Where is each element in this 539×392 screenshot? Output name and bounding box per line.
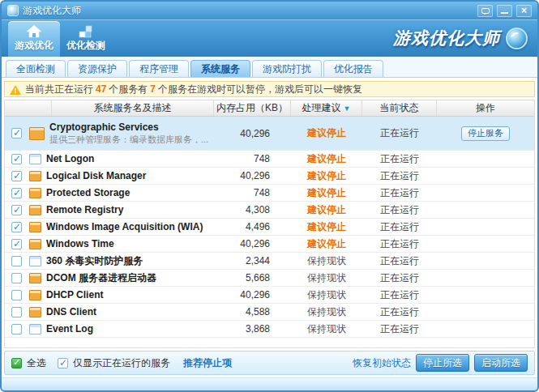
title-bar: 游戏优化大师 × (2, 2, 537, 19)
service-name: Event Log (46, 323, 214, 334)
row-checkbox[interactable] (11, 256, 22, 266)
nav-tab-optimize-detect[interactable]: 优化检测 (60, 21, 112, 57)
service-row[interactable]: Logical Disk Manager40,296建议停止正在运行 (5, 168, 534, 185)
only-running-label: 仅显示正在运行的服务 (73, 356, 170, 370)
service-name: Windows Image Acquisition (WIA) (46, 221, 214, 232)
header-status[interactable]: 当前状态 (362, 100, 437, 116)
service-list: Cryptographic Services提供三种管理服务：编录数据库服务，.… (5, 117, 534, 347)
service-status: 正在运行 (362, 220, 437, 234)
service-status: 正在运行 (362, 288, 437, 302)
service-name-cell: Net Logon (46, 153, 214, 164)
service-row[interactable]: Windows Time40,296建议停止正在运行 (5, 236, 534, 253)
row-checkbox[interactable] (11, 324, 22, 334)
tab-5[interactable]: 优化报告 (323, 60, 383, 77)
service-name-cell: Cryptographic Services提供三种管理服务：编录数据库服务，.… (49, 121, 214, 146)
row-checkbox[interactable] (11, 188, 22, 198)
header-advice[interactable]: 处理建议 ▼ (291, 100, 362, 116)
service-advice: 保持现状 (291, 254, 362, 268)
tab-0[interactable]: 全面检测 (6, 60, 66, 77)
row-checkbox[interactable] (11, 239, 22, 249)
service-row[interactable]: DNS Client4,588保持现状正在运行 (5, 304, 534, 321)
header-action[interactable]: 操作 (437, 100, 534, 116)
service-advice: 建议停止 (291, 203, 362, 217)
service-icon (29, 154, 41, 164)
tab-3[interactable]: 系统服务 (190, 60, 250, 77)
window-title: 游戏优化大师 (23, 4, 477, 18)
service-icon (29, 324, 41, 334)
service-memory: 5,668 (214, 272, 291, 283)
row-checkbox[interactable] (11, 307, 22, 317)
service-description: 提供三种管理服务：编录数据库服务，... (49, 134, 214, 146)
row-checkbox[interactable] (11, 128, 22, 138)
service-name-cell: Event Log (46, 323, 214, 334)
row-checkbox[interactable] (11, 205, 22, 215)
stop-selected-button[interactable]: 停止所选 (416, 354, 469, 372)
app-icon (7, 5, 19, 16)
service-row[interactable]: Remote Registry4,308建议停止正在运行 (5, 202, 534, 219)
only-running-checkbox[interactable] (58, 358, 68, 369)
service-name: Logical Disk Manager (46, 170, 214, 181)
service-name-cell: Windows Time (46, 238, 214, 249)
service-row[interactable]: DCOM 服务器进程启动器5,668保持现状正在运行 (5, 270, 534, 287)
chat-bubble-icon (481, 8, 490, 14)
nav-tab-game-optimize[interactable]: 游戏优化 (8, 21, 60, 57)
row-checkbox[interactable] (11, 154, 22, 164)
footer-bar: 全选 仅显示正在运行的服务 推荐停止项 恢复初始状态 停止所选 启动所选 (4, 351, 535, 375)
service-row[interactable]: Protected Storage748建议停止正在运行 (5, 185, 534, 202)
service-name-cell: DNS Client (46, 306, 214, 317)
minimize-icon (501, 8, 508, 14)
service-row[interactable]: DHCP Client40,296保持现状正在运行 (5, 287, 534, 304)
running-count: 47 (96, 83, 106, 95)
service-memory: 3,868 (214, 323, 291, 334)
stop-service-button[interactable]: 停止服务 (461, 126, 510, 141)
service-icon (29, 307, 41, 317)
service-advice: 建议停止 (291, 126, 362, 140)
service-name: Protected Storage (46, 187, 214, 198)
service-name-cell: 360 杀毒实时防护服务 (46, 254, 214, 268)
start-selected-button[interactable]: 启动所选 (474, 354, 528, 372)
close-icon: × (521, 6, 527, 15)
notice-bar: 当前共正在运行 47 个服务有 7 个服务在游戏时可以暂停，游戏后可以一键恢复 (4, 81, 535, 97)
service-row[interactable]: 360 杀毒实时防护服务2,344保持现状正在运行 (5, 253, 534, 270)
service-status: 正在运行 (362, 203, 437, 217)
service-name-cell: Logical Disk Manager (46, 170, 214, 181)
feedback-button[interactable] (477, 5, 493, 17)
service-advice: 建议停止 (291, 152, 362, 166)
minimize-button[interactable] (497, 5, 512, 17)
select-all-checkbox[interactable] (11, 358, 22, 369)
service-memory: 4,308 (214, 204, 291, 215)
service-advice: 保持现状 (291, 322, 362, 336)
service-name-cell: DHCP Client (46, 289, 214, 300)
row-checkbox[interactable] (11, 171, 22, 181)
main-nav: 游戏优化 优化检测 游戏优化大师 (2, 19, 537, 57)
recommend-stop-link[interactable]: 推荐停止项 (183, 356, 232, 370)
restore-initial-link[interactable]: 恢复初始状态 (353, 356, 411, 370)
service-status: 正在运行 (362, 152, 437, 166)
service-status: 正在运行 (362, 322, 437, 336)
row-checkbox[interactable] (11, 222, 22, 232)
row-checkbox[interactable] (11, 290, 22, 300)
service-row[interactable]: Event Log3,868保持现状正在运行 (5, 321, 534, 338)
header-service-name[interactable]: 系统服务名及描述 (52, 100, 214, 116)
header-memory[interactable]: 内存占用（KB） (214, 100, 291, 116)
window-bottom-frame (2, 377, 537, 390)
service-action-cell: 停止服务 (437, 126, 534, 141)
service-name: Windows Time (46, 238, 214, 249)
service-row[interactable]: Windows Image Acquisition (WIA)4,496建议停止… (5, 219, 534, 236)
service-advice: 建议停止 (291, 169, 362, 183)
service-status: 正在运行 (362, 271, 437, 285)
service-memory: 2,344 (214, 255, 291, 266)
tab-4[interactable]: 游戏防打扰 (252, 60, 322, 77)
service-row[interactable]: Net Logon748建议停止正在运行 (5, 151, 534, 168)
blocks-icon (78, 25, 94, 38)
row-checkbox[interactable] (11, 273, 22, 283)
service-row[interactable]: Cryptographic Services提供三种管理服务：编录数据库服务，.… (5, 117, 534, 151)
service-memory: 748 (214, 153, 291, 164)
service-memory: 40,296 (214, 128, 291, 139)
service-advice: 建议停止 (291, 237, 362, 251)
tab-2[interactable]: 程序管理 (129, 60, 189, 77)
service-icon (29, 171, 41, 181)
close-button[interactable]: × (516, 5, 532, 17)
nav-tab-label: 游戏优化 (15, 39, 53, 53)
tab-1[interactable]: 资源保护 (67, 60, 127, 77)
